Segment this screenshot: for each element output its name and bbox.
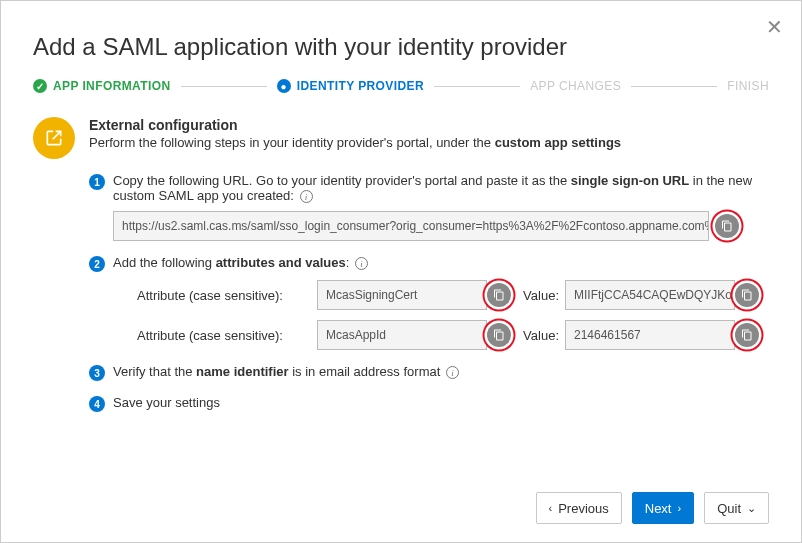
attributes-grid: Attribute (case sensitive): McasSigningC… — [137, 280, 769, 350]
copy-icon — [493, 289, 505, 301]
attribute-label: Attribute (case sensitive): — [137, 288, 317, 303]
step-number-badge: 1 — [89, 174, 105, 190]
attribute-label: Attribute (case sensitive): — [137, 328, 317, 343]
wizard-stepper: ✓ APP INFORMATION ● IDENTITY PROVIDER AP… — [33, 79, 769, 93]
chevron-down-icon: ⌄ — [747, 502, 756, 515]
attribute-value-field[interactable]: 2146461567 — [565, 320, 735, 350]
step-label: APP CHANGES — [530, 79, 621, 93]
copy-attribute-button[interactable] — [487, 323, 511, 347]
value-label: Value: — [521, 288, 565, 303]
next-button[interactable]: Next › — [632, 492, 694, 524]
info-icon[interactable]: i — [355, 257, 368, 270]
close-icon[interactable]: ✕ — [766, 15, 783, 39]
copy-attribute-button[interactable] — [487, 283, 511, 307]
button-label: Previous — [558, 501, 609, 516]
checkmark-icon: ✓ — [33, 79, 47, 93]
external-config-section: External configuration Perform the follo… — [33, 117, 769, 159]
chevron-right-icon: › — [677, 502, 681, 514]
sso-url-row: https://us2.saml.cas.ms/saml/sso_login_c… — [113, 211, 769, 241]
instruction-step-2: 2 Add the following attributes and value… — [89, 255, 769, 350]
step-number-badge: 3 — [89, 365, 105, 381]
step-identity-provider[interactable]: ● IDENTITY PROVIDER — [277, 79, 424, 93]
previous-button[interactable]: ‹ Previous — [536, 492, 622, 524]
step-number-badge: 4 — [89, 396, 105, 412]
instruction-steps: 1 Copy the following URL. Go to your ide… — [89, 173, 769, 412]
button-label: Quit — [717, 501, 741, 516]
copy-icon — [493, 329, 505, 341]
wizard-footer: ‹ Previous Next › Quit ⌄ — [536, 492, 770, 524]
step-finish: FINISH — [727, 79, 769, 93]
attribute-value-field[interactable]: MIIFtjCCA54CAQEwDQYJKoZI — [565, 280, 735, 310]
step-divider — [631, 86, 717, 87]
step-app-changes: APP CHANGES — [530, 79, 621, 93]
step2-text: Add the following attributes and values:… — [113, 255, 368, 270]
external-link-icon — [33, 117, 75, 159]
modal-title: Add a SAML application with your identit… — [33, 33, 769, 61]
external-config-desc: Perform the following steps in your iden… — [89, 135, 621, 150]
copy-value-button[interactable] — [735, 323, 759, 347]
copy-icon — [741, 289, 753, 301]
attribute-name-field[interactable]: McasSigningCert — [317, 280, 487, 310]
quit-button[interactable]: Quit ⌄ — [704, 492, 769, 524]
instruction-step-4: 4 Save your settings — [89, 395, 769, 412]
copy-icon — [741, 329, 753, 341]
copy-value-button[interactable] — [735, 283, 759, 307]
step-number-badge: 2 — [89, 256, 105, 272]
external-config-header: External configuration Perform the follo… — [89, 117, 621, 150]
info-icon[interactable]: i — [446, 366, 459, 379]
step-label: APP INFORMATION — [53, 79, 171, 93]
step3-text: Verify that the name identifier is in em… — [113, 364, 459, 379]
button-label: Next — [645, 501, 672, 516]
sso-url-field[interactable]: https://us2.saml.cas.ms/saml/sso_login_c… — [113, 211, 709, 241]
dot-icon: ● — [277, 79, 291, 93]
instruction-step-3: 3 Verify that the name identifier is in … — [89, 364, 769, 381]
step-label: IDENTITY PROVIDER — [297, 79, 424, 93]
step1-text: Copy the following URL. Go to your ident… — [113, 173, 752, 203]
info-icon[interactable]: i — [300, 190, 313, 203]
step-divider — [434, 86, 520, 87]
value-label: Value: — [521, 328, 565, 343]
attribute-name-field[interactable]: McasAppId — [317, 320, 487, 350]
step-label: FINISH — [727, 79, 769, 93]
copy-url-button[interactable] — [715, 214, 739, 238]
step-divider — [181, 86, 267, 87]
instruction-step-1: 1 Copy the following URL. Go to your ide… — [89, 173, 769, 241]
saml-app-modal: ✕ Add a SAML application with your ident… — [0, 0, 802, 543]
step-app-information[interactable]: ✓ APP INFORMATION — [33, 79, 171, 93]
chevron-left-icon: ‹ — [549, 502, 553, 514]
external-config-title: External configuration — [89, 117, 621, 133]
step4-text: Save your settings — [113, 395, 220, 410]
copy-icon — [721, 220, 733, 232]
